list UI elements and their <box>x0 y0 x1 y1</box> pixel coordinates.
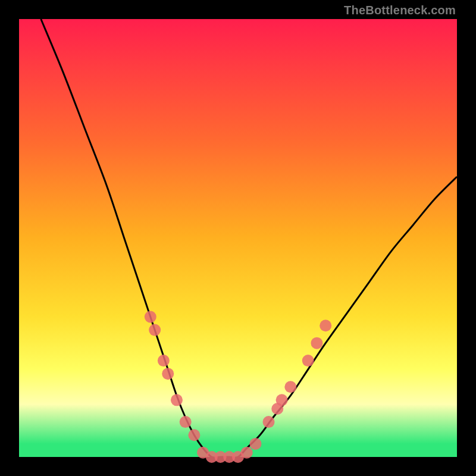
plot-area <box>19 19 457 457</box>
watermark-text: TheBottleneck.com <box>344 4 456 17</box>
chart-frame: TheBottleneck.com <box>0 0 476 476</box>
marker-left-icon <box>149 324 161 336</box>
marker-left-icon <box>158 355 170 367</box>
marker-left-icon <box>171 394 183 406</box>
marker-left-icon <box>162 368 174 380</box>
marker-left-icon <box>188 429 200 441</box>
bottleneck-curve <box>41 19 457 458</box>
marker-right-icon <box>263 416 275 428</box>
marker-right-icon <box>276 394 288 406</box>
marker-right-icon <box>284 381 296 393</box>
marker-left-icon <box>145 311 156 322</box>
marker-right-icon <box>320 320 331 331</box>
marker-right-icon <box>311 337 322 349</box>
marker-left-icon <box>180 416 192 428</box>
bottleneck-curve-svg <box>19 19 457 457</box>
marker-bottom-icon <box>241 447 253 459</box>
marker-bottom-icon <box>249 438 261 450</box>
marker-right-icon <box>302 355 314 367</box>
